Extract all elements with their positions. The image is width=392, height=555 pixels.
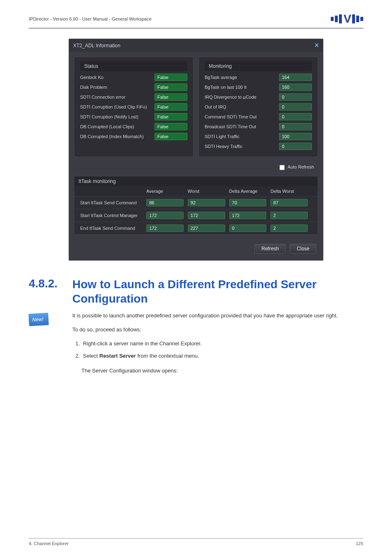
monitoring-label: BgTask average: [205, 75, 279, 80]
monitoring-label: Broadcast SDTI Time Out: [205, 124, 279, 129]
monitoring-panel-header: Monitoring: [205, 61, 312, 71]
new-badge: New!: [28, 312, 49, 326]
cell-value: 227: [188, 224, 225, 232]
body-paragraph: The Server Configuration window opens:: [81, 367, 363, 375]
status-label: SDTI Corruption (Notify Lost): [80, 114, 154, 119]
list-item: Select Restart Server from the contextua…: [81, 352, 363, 360]
footer-page-number: 125: [356, 541, 363, 546]
status-value: False: [154, 133, 187, 140]
dialog-title-text: XT2_ADL Information: [73, 43, 120, 49]
monitoring-label: Command SDTI Time Out: [205, 114, 279, 119]
cell-value: 87: [270, 199, 308, 206]
status-label: DB Corrupted (Local Clips): [80, 124, 154, 129]
col-worst: Worst: [188, 189, 229, 194]
section-title: How to Launch a Different Predefined Ser…: [72, 277, 347, 306]
dialog-titlebar: XT2_ADL Information ×: [69, 39, 323, 52]
monitoring-label: BgTask on last 100 It: [205, 85, 279, 90]
list-item: Right-click a server name in the Channel…: [81, 340, 363, 348]
status-label: Genlock Ko: [80, 75, 154, 80]
status-label: Disk Problem: [80, 85, 154, 90]
close-icon[interactable]: ×: [314, 41, 319, 50]
table-row: Start ItTask Send Command 86 92 70 87: [74, 196, 318, 209]
table-row: Start ItTask Control Manager 172 172 172…: [74, 209, 318, 222]
row-name: Start ItTask Send Command: [80, 200, 146, 205]
page-footer: 4. Channel Explorer 125: [29, 538, 363, 546]
row-name: Start ItTask Control Manager: [80, 213, 146, 218]
monitoring-label: IRQ Divergence to µCode: [205, 95, 279, 99]
col-average: Average: [146, 189, 188, 194]
status-label: SDTI Corruption (Used Clip FiFo): [80, 104, 154, 109]
auto-refresh-label: Auto Refresh: [288, 164, 314, 169]
cell-value: 172: [146, 224, 184, 232]
monitoring-label: SDTI Heavy Traffic: [205, 144, 279, 149]
monitoring-label: Out of IRQ: [205, 104, 279, 109]
cell-value: 0: [229, 224, 267, 232]
status-label: SDTI Connection error: [80, 95, 154, 99]
monitoring-value: 0: [279, 103, 312, 111]
monitoring-label: SDTI Light Traffic: [205, 134, 279, 139]
status-panel-header: Status: [80, 61, 187, 71]
status-value: False: [154, 123, 187, 130]
cell-value: 2: [270, 212, 308, 219]
product-line: IPDirector - Version 6.00 - User Manual …: [29, 16, 152, 21]
monitoring-value: 164: [279, 74, 312, 81]
footer-left: 4. Channel Explorer: [29, 541, 69, 546]
cell-value: 172: [188, 212, 225, 219]
status-value: False: [154, 74, 187, 81]
cell-value: 2: [270, 224, 308, 232]
cell-value: 172: [146, 212, 184, 219]
section-number: 4.8.2.: [29, 277, 65, 306]
cell-value: 86: [146, 199, 184, 206]
information-dialog: XT2_ADL Information × Status Genlock KoF…: [69, 39, 323, 261]
cell-value: 70: [229, 199, 267, 206]
monitoring-value: 100: [279, 133, 312, 140]
monitoring-value: 0: [279, 93, 312, 101]
monitoring-value: 160: [279, 83, 312, 91]
body-paragraph: It is possible to launch another predefi…: [72, 312, 363, 320]
row-name: End ItTask Send Command: [80, 226, 146, 231]
monitoring-value: 0: [279, 113, 312, 120]
cell-value: 92: [188, 199, 225, 206]
table-row: End ItTask Send Command 172 227 0 2: [74, 222, 318, 234]
status-label: DB Corrupted (Index Mismatch): [80, 134, 154, 139]
monitoring-value: 0: [279, 143, 312, 150]
col-delta-average: Delta Average: [229, 189, 271, 194]
ittask-panel-header: ItTask monitoring: [74, 176, 318, 186]
status-value: False: [154, 83, 187, 91]
body-paragraph: To do so, proceed as follows:: [72, 326, 363, 334]
col-delta-worst: Delta Worst: [270, 189, 312, 194]
auto-refresh-checkbox[interactable]: [279, 165, 285, 170]
status-value: False: [154, 93, 187, 101]
page-header: IPDirector - Version 6.00 - User Manual …: [29, 12, 363, 28]
refresh-button[interactable]: Refresh: [254, 244, 286, 254]
close-button[interactable]: Close: [290, 244, 316, 254]
status-value: False: [154, 113, 187, 120]
status-value: False: [154, 103, 187, 111]
cell-value: 172: [229, 212, 267, 219]
monitoring-value: 0: [279, 123, 312, 130]
evs-logo: V: [331, 12, 363, 25]
